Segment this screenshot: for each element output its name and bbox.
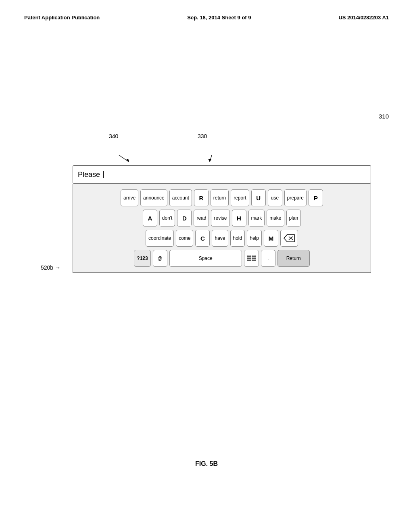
labels-row: 340 330: [73, 133, 371, 153]
ref-310-label: 310: [379, 113, 389, 120]
keyboard-row-4: ?123 @ Space . Return: [77, 250, 367, 267]
diagram-area: 340 330 Please 520b → arrive announce: [73, 133, 371, 273]
key-arrive[interactable]: arrive: [121, 189, 138, 206]
header-center: Sep. 18, 2014 Sheet 9 of 9: [187, 15, 251, 21]
text-input-box[interactable]: Please: [73, 165, 371, 184]
ref-520b-label: 520b →: [41, 264, 60, 271]
key-dont[interactable]: don't: [159, 210, 175, 227]
key-mark[interactable]: mark: [248, 210, 265, 227]
text-cursor: [103, 171, 104, 178]
key-numeric[interactable]: ?123: [134, 250, 150, 267]
keyboard-row-1: arrive announce account R return report …: [77, 189, 367, 206]
key-have[interactable]: have: [212, 230, 228, 247]
key-report[interactable]: report: [231, 189, 249, 206]
key-hold[interactable]: hold: [230, 230, 245, 247]
key-U[interactable]: U: [251, 189, 266, 206]
key-M[interactable]: M: [264, 230, 278, 247]
key-C[interactable]: C: [195, 230, 210, 247]
key-announce[interactable]: announce: [140, 189, 167, 206]
key-period[interactable]: .: [261, 250, 275, 267]
key-space[interactable]: Space: [169, 250, 242, 267]
key-P[interactable]: P: [309, 189, 323, 206]
key-coordinate[interactable]: coordinate: [146, 230, 174, 247]
key-D[interactable]: D: [177, 210, 192, 227]
key-return-word[interactable]: return: [211, 189, 229, 206]
key-come[interactable]: come: [176, 230, 193, 247]
key-A[interactable]: A: [143, 210, 157, 227]
svg-marker-4: [284, 235, 294, 242]
fig-label: FIG. 5B: [0, 460, 413, 468]
key-keyboard-icon[interactable]: [244, 250, 259, 267]
key-H[interactable]: H: [232, 210, 246, 227]
svg-line-0: [119, 155, 129, 162]
key-make[interactable]: make: [267, 210, 284, 227]
keyboard-row-3: coordinate come C have hold help M: [77, 230, 367, 247]
svg-marker-3: [208, 159, 211, 162]
key-help[interactable]: help: [247, 230, 262, 247]
keyboard-row-2: A don't D read revise H mark make plan: [77, 210, 367, 227]
input-text: Please: [78, 170, 100, 179]
header-left: Patent Application Publication: [24, 15, 100, 21]
key-use[interactable]: use: [268, 189, 282, 206]
key-return[interactable]: Return: [277, 250, 310, 267]
key-revise[interactable]: revise: [211, 210, 229, 227]
key-read[interactable]: read: [194, 210, 209, 227]
page-header: Patent Application Publication Sep. 18, …: [0, 0, 413, 21]
key-account[interactable]: account: [169, 189, 192, 206]
key-backspace[interactable]: [280, 230, 298, 247]
ref-520b-arrow: →: [55, 264, 60, 271]
header-right: US 2014/0282203 A1: [338, 15, 389, 21]
keyboard-grid-icon: [247, 256, 256, 261]
key-plan[interactable]: plan: [286, 210, 301, 227]
keyboard: 520b → arrive announce account R return …: [73, 184, 371, 273]
key-R[interactable]: R: [194, 189, 209, 206]
label-330: 330: [198, 133, 207, 139]
label-340: 340: [109, 133, 118, 139]
key-prepare[interactable]: prepare: [284, 189, 307, 206]
key-at[interactable]: @: [153, 250, 167, 267]
